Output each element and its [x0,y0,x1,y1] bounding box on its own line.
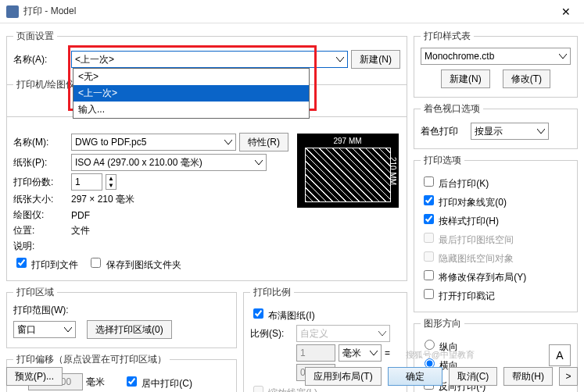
name-a-select[interactable]: <上一次> [71,51,348,68]
expand-button[interactable]: > [559,367,578,386]
orient-legend: 图形方向 [421,317,464,330]
window-title: 打印 - Model [23,5,554,18]
orient-icon: A [549,344,571,366]
range-select[interactable]: 窗口 [13,321,76,338]
style-legend: 打印样式表 [421,30,474,43]
titlebar: 打印 - Model ✕ [0,0,584,23]
options-legend: 打印选项 [421,154,464,167]
loc-label: 位置: [13,224,68,237]
stamp-cb[interactable]: 打开打印戳记 [421,287,495,303]
select-area-button[interactable]: 选择打印区域(0) [87,320,172,339]
print-to-file-cb[interactable]: 打印到文件 [13,255,78,272]
offset-legend: 打印偏移（原点设置在可打印区域） [13,353,170,366]
shade-legend: 着色视口选项 [421,102,483,116]
style-new-button[interactable]: 新建(N) [441,69,490,88]
savelayout-cb[interactable]: 将修改保存到布局(Y) [421,268,526,284]
style-group: 打印样式表 Monochrome.ctb 新建(N) 修改(T) [414,30,578,98]
lw-cb2[interactable]: 打印对象线宽(0) [421,193,507,209]
shade-label: 着色打印 [421,125,468,138]
style-edit-button[interactable]: 修改(T) [503,69,550,88]
dropdown-opt-last[interactable]: <上一次> [73,85,309,102]
cancel-button[interactable]: 取消(C) [449,367,498,386]
dropdown-opt-input[interactable]: 输入... [73,102,309,118]
name-a-label: 名称(A): [13,53,68,66]
portrait-radio[interactable]: 纵向 [421,337,458,354]
apply-button[interactable]: 应用到布局(T) [305,367,381,386]
paperlast-cb: 最后打印图纸空间 [421,230,514,247]
loc-value: 文件 [71,224,90,237]
plotter-label: 绘图仪: [13,208,68,222]
bystyle-cb[interactable]: 按样式打印(H) [421,212,499,228]
dropdown-opt-none[interactable]: <无> [73,69,309,85]
name-m-select[interactable]: DWG to PDF.pc5 [71,134,236,151]
desc-label: 说明: [13,240,68,253]
options-group: 打印选项 后台打印(K) 打印对象线宽(0) 按样式打印(H) 最后打印图纸空间… [414,154,578,312]
close-icon[interactable]: ✕ [554,5,578,18]
scale-legend: 打印比例 [250,286,294,299]
paper-label: 纸张(P): [13,156,68,169]
preview-width-label: 297 MM [297,137,399,145]
scale-unit1-select[interactable]: 毫米 [339,344,382,362]
name-a-dropdown[interactable]: <无> <上一次> 输入... [73,68,310,119]
spinner-icon[interactable]: ▲▼ [106,174,116,190]
new-button[interactable]: 新建(N) [351,50,400,69]
eq-label: = [385,347,390,358]
area-legend: 打印区域 [13,286,57,299]
size-value: 297 × 210 毫米 [71,193,134,206]
paper-preview: 297 MM 210 MM [297,134,399,208]
bg-cb[interactable]: 后台打印(K) [421,174,489,191]
size-label: 纸张大小: [13,193,68,206]
preview-button[interactable]: 预览(P)... [6,367,63,386]
save-folder-cb[interactable]: 保存到图纸文件夹 [88,255,181,272]
area-group: 打印区域 打印范围(W): 窗口 选择打印区域(0) [6,286,237,348]
shade-select[interactable]: 按显示 [471,123,549,140]
range-label: 打印范围(W): [13,304,230,317]
ratio-label: 比例(S): [250,327,293,340]
copies-input[interactable] [71,173,102,191]
ratio-select[interactable]: 自定义 [296,325,390,342]
ok-button[interactable]: 确定 [388,367,442,386]
style-select[interactable]: Monochrome.ctb [421,48,571,65]
paper-select[interactable]: ISO A4 (297.00 x 210.00 毫米) [71,154,267,171]
plotter-value: PDF [71,210,90,221]
name-m-label: 名称(M): [13,136,68,149]
copies-label: 打印份数: [13,176,68,189]
props-button[interactable]: 特性(R) [239,133,288,151]
scale-num-input[interactable] [296,344,335,362]
hide-cb: 隐藏图纸空间对象 [421,249,514,265]
fit-cb[interactable]: 布满图纸(I) [250,306,315,323]
page-setup-legend: 页面设置 [13,30,57,43]
help-button[interactable]: 帮助(H) [503,367,553,386]
footer: 预览(P)... 应用到布局(T) 确定 取消(C) 帮助(H) > [6,367,578,386]
shade-group: 着色视口选项 着色打印 按显示 [414,102,578,149]
app-icon [6,5,19,18]
page-setup-group: 页面设置 名称(A): <上一次> 新建(N) <无> <上一次> 输入... [6,30,407,117]
